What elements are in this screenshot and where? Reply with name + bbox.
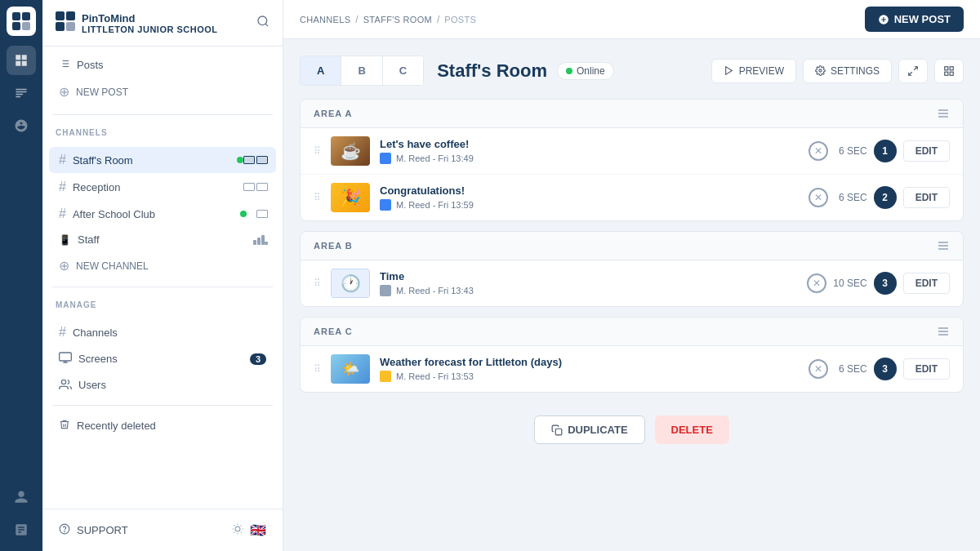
sidebar-item-users[interactable]: Users (49, 372, 276, 398)
screen-rect-a1 (256, 210, 268, 218)
sidebar-item-reception[interactable]: # Reception (49, 174, 276, 200)
breadcrumb-room[interactable]: STAFF'S ROOM (363, 15, 432, 24)
svg-rect-1 (22, 12, 30, 20)
settings-label: SETTINGS (831, 65, 880, 77)
svg-rect-4 (56, 11, 65, 20)
new-post-button-top[interactable]: NEW POST (865, 7, 964, 32)
post-meta-congrats: M. Reed - Fri 13:59 (380, 199, 799, 211)
breadcrumb-posts: POSTS (444, 15, 476, 24)
author-name-weather: M. Reed - Fri 13:53 (396, 371, 474, 381)
preview-label: PREVIEW (739, 65, 784, 77)
svg-line-35 (909, 72, 912, 75)
breadcrumb-channels[interactable]: CHANNELS (300, 15, 350, 24)
content-area: A B C Staff's Room Online PREVIEW SETT (283, 39, 980, 551)
svg-line-26 (234, 525, 234, 526)
post-title-weather: Weather forecast for Littleton (days) (380, 356, 799, 368)
drag-handle-congrats[interactable]: ⠿ (314, 192, 321, 203)
crop-button[interactable] (898, 59, 928, 83)
order-badge-weather: 3 (874, 358, 897, 380)
preview-button[interactable]: PREVIEW (711, 59, 796, 83)
area-b-menu-icon[interactable] (937, 240, 950, 251)
rail-dashboard-icon[interactable] (7, 46, 36, 75)
divider-1 (52, 114, 273, 115)
svg-point-33 (819, 69, 822, 72)
duration-coffee: 6 SEC (835, 145, 867, 157)
sidebar-school-info: PinToMind LITTLETON JUNIOR SCHOOL (82, 12, 218, 34)
online-status: Online (577, 65, 605, 77)
screens-icon (59, 352, 72, 366)
edit-btn-congrats[interactable]: EDIT (903, 187, 950, 208)
duration-time: 10 SEC (833, 278, 866, 289)
icon-rail (0, 0, 42, 551)
sidebar-item-support[interactable]: SUPPORT 🇬🇧 (49, 517, 276, 544)
drag-handle-coffee[interactable]: ⠿ (314, 145, 321, 157)
flag-icon[interactable]: 🇬🇧 (250, 522, 266, 538)
brightness-icon[interactable] (232, 523, 243, 537)
svg-rect-5 (66, 11, 75, 20)
edit-btn-coffee[interactable]: EDIT (903, 140, 950, 162)
area-a-section: AREA A ⠿ ☕ Let's have coffee! M. Reed - … (300, 99, 964, 221)
channel-title: Staff's Room (437, 60, 547, 82)
breadcrumb: CHANNELS / STAFF'S ROOM / POSTS (300, 14, 476, 25)
post-info-coffee: Let's have coffee! M. Reed - Fri 13:49 (380, 138, 799, 164)
sidebar-item-posts[interactable]: Posts (49, 52, 276, 78)
search-button[interactable] (256, 15, 270, 31)
new-post-button[interactable]: ⊕ NEW POST (49, 78, 276, 105)
sidebar-item-staffroom[interactable]: # Staff's Room (49, 147, 276, 173)
new-channel-button[interactable]: ⊕ NEW CHANNEL (49, 252, 276, 279)
channels-manage-label: Channels (73, 327, 118, 339)
rail-channels-icon[interactable] (7, 78, 36, 108)
app-logo[interactable] (7, 7, 36, 36)
recently-deleted-label: Recently deleted (77, 420, 156, 432)
delete-button[interactable]: DELETE (655, 415, 729, 444)
sidebar-item-screens[interactable]: Screens 3 (49, 346, 276, 371)
svg-rect-7 (66, 22, 75, 31)
area-c-menu-icon[interactable] (937, 326, 950, 337)
rail-user-icon[interactable] (7, 482, 36, 512)
post-thumb-time: 🕐 (331, 269, 370, 298)
duplicate-label: DUPLICATE (568, 424, 627, 436)
sidebar-item-afterschool[interactable]: # After School Club (49, 201, 276, 227)
screens-label: Screens (78, 353, 118, 365)
post-thumb-coffee: ☕ (331, 136, 370, 166)
grid-button[interactable] (934, 59, 964, 83)
area-tab-a[interactable]: A (301, 56, 341, 85)
screen-rect-2 (256, 156, 268, 164)
area-tab-b[interactable]: B (341, 56, 382, 85)
svg-line-31 (241, 525, 242, 526)
list-icon (59, 58, 70, 72)
area-a-menu-icon[interactable] (937, 108, 950, 119)
sidebar-logo-area: PinToMind LITTLETON JUNIOR SCHOOL (56, 11, 218, 34)
svg-point-8 (258, 16, 267, 25)
afterschool-label: After School Club (73, 208, 155, 220)
remove-btn-congrats[interactable]: ✕ (808, 188, 828, 207)
order-badge-congrats: 2 (874, 186, 897, 209)
post-actions-time: ✕ 10 SEC 3 EDIT (807, 272, 950, 295)
screen-rect-r1 (243, 183, 255, 191)
remove-btn-weather[interactable]: ✕ (808, 359, 828, 379)
author-icon-weather (380, 371, 391, 382)
post-meta-coffee: M. Reed - Fri 13:49 (380, 153, 799, 164)
sidebar-item-recently-deleted[interactable]: Recently deleted (49, 413, 276, 438)
edit-btn-weather[interactable]: EDIT (903, 358, 950, 380)
screen-badge (243, 156, 268, 164)
sidebar-item-staff[interactable]: 📱 Staff (49, 228, 276, 251)
area-b-header: AREA B (301, 232, 963, 260)
svg-line-30 (234, 532, 234, 533)
area-a-label: AREA A (314, 109, 352, 118)
drag-handle-time[interactable]: ⠿ (314, 278, 321, 289)
remove-btn-time[interactable]: ✕ (807, 273, 826, 293)
svg-rect-3 (22, 22, 30, 30)
area-tab-c[interactable]: C (383, 56, 423, 85)
rail-building-icon[interactable] (7, 515, 36, 544)
rail-settings-icon[interactable] (7, 111, 36, 140)
edit-btn-time[interactable]: EDIT (903, 273, 950, 294)
topbar: CHANNELS / STAFF'S ROOM / POSTS NEW POST (283, 0, 980, 39)
duplicate-button[interactable]: DUPLICATE (534, 415, 644, 444)
area-b-label: AREA B (314, 241, 353, 251)
new-post-label: NEW POST (76, 87, 128, 98)
remove-btn-coffee[interactable]: ✕ (808, 141, 828, 161)
drag-handle-weather[interactable]: ⠿ (314, 363, 321, 375)
settings-button[interactable]: SETTINGS (803, 59, 892, 83)
sidebar-item-channels[interactable]: # Channels (49, 319, 276, 345)
